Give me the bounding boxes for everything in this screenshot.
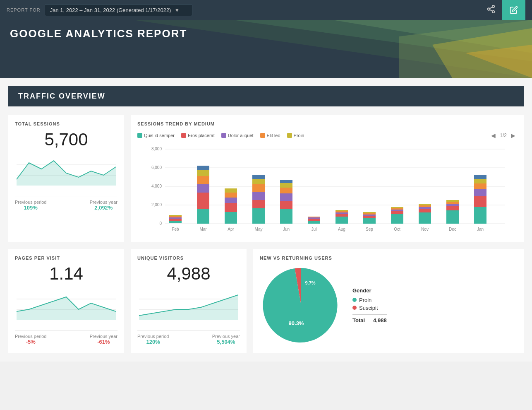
svg-rect-64 <box>363 213 376 215</box>
top-bar-left: REPORT FOR Jan 1, 2022 – Jan 31, 2022 (G… <box>7 4 192 16</box>
svg-rect-59 <box>335 211 348 212</box>
legend-item-4: Elit leo <box>260 133 280 138</box>
svg-rect-56 <box>335 217 348 224</box>
svg-rect-45 <box>252 175 265 179</box>
svg-rect-69 <box>391 208 403 210</box>
metrics-top-row: TOTAL SESSIONS 5,700 Previous period 109… <box>8 115 524 242</box>
pie-total-value: 4,988 <box>373 317 387 323</box>
prev-period-label: Previous period <box>15 200 46 205</box>
unique-prev-year: Previous year 5,504% <box>212 334 240 345</box>
svg-rect-41 <box>252 200 265 208</box>
unique-sparkline <box>137 289 240 322</box>
chart-legend: Quis id semper Eros placerat Dolor aliqu… <box>137 131 517 140</box>
svg-rect-39 <box>225 188 237 193</box>
svg-rect-80 <box>446 200 459 202</box>
legend-label-3: Dolor aliquet <box>228 133 254 138</box>
chart-next-button[interactable]: ▶ <box>509 131 517 140</box>
svg-text:9.7%: 9.7% <box>305 280 315 285</box>
edit-button[interactable] <box>502 0 525 20</box>
svg-text:Feb: Feb <box>172 227 179 232</box>
total-sessions-footer: Previous period 109% Previous year 2,092… <box>15 200 117 211</box>
svg-rect-54 <box>308 217 320 219</box>
svg-text:Jan: Jan <box>477 227 484 232</box>
pages-per-visit-card: PAGES PER VISIT 1.14 Previous period -5%… <box>8 249 124 353</box>
svg-text:4,000: 4,000 <box>151 184 162 188</box>
svg-text:Nov: Nov <box>421 227 429 232</box>
pages-footer: Previous period -5% Previous year -61% <box>15 334 117 345</box>
sessions-trend-chart: 8,000 6,000 4,000 2,000 0 <box>137 143 517 234</box>
svg-rect-76 <box>446 210 459 224</box>
svg-rect-55 <box>308 217 320 217</box>
legend-label-4: Elit leo <box>267 133 280 138</box>
svg-rect-58 <box>335 212 348 214</box>
legend-item-3: Dolor aliquet <box>221 133 254 138</box>
pages-prev-year-label: Previous year <box>90 334 117 339</box>
svg-rect-66 <box>391 214 403 224</box>
svg-rect-28 <box>169 215 182 216</box>
unique-visitors-value: 4,988 <box>137 264 240 284</box>
unique-prev-period-label: Previous period <box>137 334 169 339</box>
pages-per-visit-value: 1.14 <box>15 264 117 284</box>
svg-rect-77 <box>446 206 459 210</box>
svg-rect-78 <box>446 204 459 206</box>
pages-prev-year-val: -61% <box>90 339 117 345</box>
unique-prev-period-val: 120% <box>137 339 169 345</box>
chart-nav: ◀ 1/2 ▶ <box>489 131 517 140</box>
pie-label-2: Suscipit <box>359 305 378 311</box>
svg-rect-27 <box>169 216 182 217</box>
svg-rect-24 <box>169 221 182 223</box>
date-selector[interactable]: Jan 1, 2022 – Jan 31, 2022 (Generated 1/… <box>45 4 193 16</box>
svg-rect-48 <box>280 193 292 201</box>
svg-rect-53 <box>308 219 320 221</box>
svg-point-1 <box>488 8 490 10</box>
pages-prev-year: Previous year -61% <box>90 334 117 345</box>
top-bar: REPORT FOR Jan 1, 2022 – Jan 31, 2022 (G… <box>0 0 532 20</box>
svg-point-2 <box>492 10 495 12</box>
svg-rect-36 <box>225 203 237 212</box>
sessions-trend-label: SESSIONS TREND BY MEDIUM <box>137 121 215 126</box>
share-button[interactable] <box>480 1 502 19</box>
svg-text:Apr: Apr <box>228 227 234 232</box>
prev-year-label: Previous year <box>90 200 117 205</box>
legend-dot-1 <box>137 133 142 138</box>
pie-dot-1 <box>352 298 357 302</box>
svg-text:0: 0 <box>159 221 162 226</box>
svg-text:May: May <box>255 227 263 232</box>
svg-rect-46 <box>280 209 292 224</box>
chart-prev-button[interactable]: ◀ <box>489 131 497 140</box>
unique-prev-period: Previous period 120% <box>137 334 169 345</box>
svg-rect-25 <box>169 219 182 221</box>
svg-rect-75 <box>419 204 431 205</box>
svg-rect-70 <box>391 207 403 208</box>
svg-rect-34 <box>197 166 209 170</box>
legend-label-5: Proin <box>294 133 304 138</box>
svg-rect-49 <box>280 188 292 193</box>
svg-rect-32 <box>197 176 209 184</box>
svg-rect-29 <box>197 209 209 224</box>
svg-text:Dec: Dec <box>449 227 456 232</box>
sessions-trend-card: SESSIONS TREND BY MEDIUM Quis id semper … <box>131 115 524 242</box>
svg-rect-67 <box>391 211 403 214</box>
svg-rect-83 <box>474 189 486 196</box>
svg-rect-86 <box>474 175 486 179</box>
svg-rect-52 <box>308 221 320 224</box>
svg-text:Oct: Oct <box>394 227 400 232</box>
svg-marker-104 <box>139 295 238 320</box>
svg-rect-61 <box>363 218 376 224</box>
svg-text:Sep: Sep <box>366 227 373 232</box>
pages-prev-period: Previous period -5% <box>15 334 46 345</box>
prev-year-val: 2,092% <box>90 205 117 211</box>
pie-chart: 90.3% 9.7% <box>260 264 343 347</box>
svg-rect-62 <box>363 216 376 218</box>
unique-prev-year-label: Previous year <box>212 334 240 339</box>
svg-text:Aug: Aug <box>338 227 345 232</box>
legend-item-2: Eros placerat <box>181 133 215 138</box>
pie-dot-2 <box>352 306 357 310</box>
svg-rect-85 <box>474 179 486 183</box>
legend-dot-4 <box>260 133 265 138</box>
svg-rect-33 <box>197 170 209 176</box>
svg-text:Jul: Jul <box>312 227 317 232</box>
section-title: TRAFFIC OVERVIEW <box>18 92 105 100</box>
pages-sparkline <box>15 289 117 322</box>
svg-rect-42 <box>252 192 265 200</box>
